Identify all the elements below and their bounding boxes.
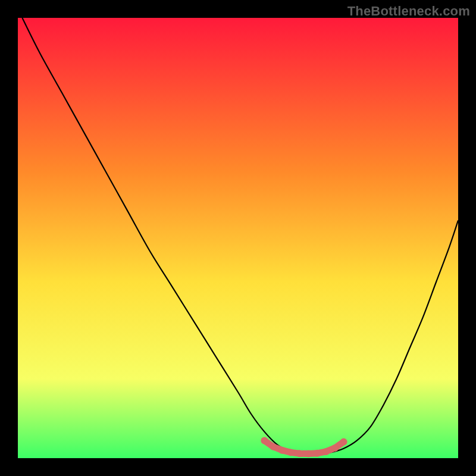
optimal-marker-dot <box>270 443 277 450</box>
optimal-marker-dot <box>305 450 312 458</box>
bottleneck-chart <box>18 18 458 458</box>
optimal-marker-dot <box>331 444 339 452</box>
optimal-marker-dot <box>340 439 347 446</box>
optimal-marker-dot <box>314 450 321 457</box>
optimal-marker-dot <box>322 448 330 455</box>
chart-frame: TheBottleneck.com <box>0 0 476 476</box>
optimal-marker-dot <box>278 447 286 454</box>
optimal-marker-dot <box>296 450 303 457</box>
watermark-text: TheBottleneck.com <box>347 4 470 19</box>
optimal-marker-dot <box>287 449 295 456</box>
chart-plot-area <box>18 18 458 458</box>
optimal-marker-dot <box>261 437 268 444</box>
